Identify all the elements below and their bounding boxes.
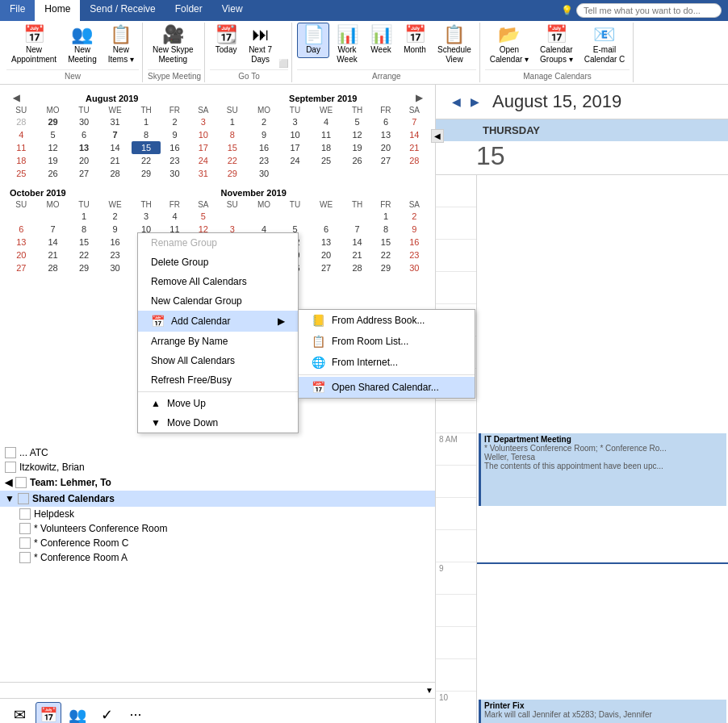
table-row[interactable]: 21 [400,141,429,154]
table-row[interactable]: 20 [6,249,36,261]
table-row[interactable]: 9 [161,128,189,141]
table-row[interactable]: 10 [281,128,309,141]
nav-calendar-button[interactable]: 📅 [36,702,61,724]
table-row[interactable]: 16 [98,236,132,249]
table-row[interactable]: 29 [36,115,70,128]
table-row[interactable]: 23 [98,249,132,261]
table-row[interactable]: 21 [36,249,70,261]
table-row[interactable]: 30 [247,167,281,180]
table-row[interactable]: 2 [400,210,429,223]
refresh-free-busy-item[interactable]: Refresh Free/Busy [138,370,298,390]
table-row[interactable]: 31 [189,167,217,180]
table-row[interactable]: 15 [132,141,160,154]
table-row[interactable]: 30 [98,261,132,274]
table-row[interactable]: 23 [247,154,281,167]
sep-next-arrow[interactable]: ▶ [412,93,425,103]
table-row[interactable]: 8 [218,128,248,141]
tab-file[interactable]: File [0,0,35,21]
table-row[interactable]: 9 [400,223,429,236]
table-row[interactable]: 18 [309,141,343,154]
nav-people-button[interactable]: 👥 [65,702,90,724]
open-shared-calendar-item[interactable]: 📅 Open Shared Calendar... [299,377,475,398]
tab-folder[interactable]: Folder [165,0,212,21]
table-row[interactable]: 13 [6,236,36,249]
table-row[interactable]: 22 [218,154,248,167]
schedule-view-button[interactable]: 📋 ScheduleView [433,23,476,68]
table-row[interactable]: 16 [161,141,189,154]
table-row[interactable]: 5 [36,128,70,141]
table-row[interactable]: 7 [400,115,429,128]
scroll-down-icon[interactable]: ▼ [425,686,433,695]
table-row[interactable]: 30 [161,167,189,180]
table-row[interactable]: 3 [281,115,309,128]
table-row[interactable]: 6 [309,223,343,236]
table-row[interactable]: 15 [371,236,400,249]
folder-item-helpdesk[interactable]: Helpdesk [0,507,435,521]
table-row[interactable]: 25 [309,154,343,167]
tab-home[interactable]: Home [35,0,80,21]
table-row[interactable]: 23 [161,154,189,167]
conf-a-checkbox[interactable] [19,552,31,563]
table-row[interactable]: 1 [69,210,98,223]
shared-checkbox[interactable] [18,493,29,504]
table-row[interactable]: 19 [343,141,371,154]
table-row[interactable]: 5 [189,210,217,223]
table-row[interactable]: 12 [343,128,371,141]
table-row[interactable]: 1 [218,115,248,128]
table-row[interactable]: 20 [309,249,343,261]
table-row[interactable]: 16 [400,236,429,249]
conf-c-checkbox[interactable] [19,537,31,549]
table-row[interactable]: 9 [247,128,281,141]
show-all-calendars-item[interactable]: Show All Calendars [138,351,298,370]
table-row[interactable]: 28 [343,261,371,274]
open-calendar-button[interactable]: 📂 OpenCalendar ▾ [485,23,533,68]
nav-mail-button[interactable]: ✉ [6,702,32,724]
table-row[interactable]: 13 [69,141,98,154]
table-row[interactable]: 3 [132,210,160,223]
month-button[interactable]: 📅 Month [399,23,431,58]
table-row[interactable]: 12 [36,141,70,154]
email-calendar-button[interactable]: 📧 E-mailCalendar C [579,23,630,68]
table-row[interactable]: 28 [36,261,70,274]
table-row[interactable]: 11 [309,128,343,141]
nav-more-button[interactable]: ··· [123,702,149,724]
table-row[interactable]: 7 [98,128,132,141]
table-row[interactable]: 26 [343,154,371,167]
event-printer-fix[interactable]: Printer Fix Mark will call Jennifer at x… [479,700,726,723]
table-row[interactable]: 8 [132,128,160,141]
folder-item-conf-c[interactable]: * Conference Room C [0,536,435,550]
work-week-button[interactable]: 📊 WorkWeek [331,23,363,68]
today-button[interactable]: 📆 Today [210,23,242,58]
table-row[interactable]: 29 [69,261,98,274]
table-row[interactable]: 10 [189,128,217,141]
table-row[interactable]: 29 [371,261,400,274]
new-skype-meeting-button[interactable]: 🎥 New SkypeMeeting [148,23,199,68]
table-row[interactable]: 28 [400,154,429,167]
delete-group-item[interactable]: Delete Group [138,253,298,272]
table-row[interactable]: 13 [371,128,400,141]
table-row[interactable]: 27 [371,154,400,167]
table-row[interactable]: 2 [161,115,189,128]
nav-tasks-button[interactable]: ✓ [94,702,119,724]
team-lehmer-checkbox[interactable] [15,477,27,488]
table-row[interactable]: 15 [218,141,248,154]
volunteers-checkbox[interactable] [19,523,31,534]
table-row[interactable]: 2 [98,210,132,223]
table-row[interactable]: 20 [371,141,400,154]
folder-item-conf-a[interactable]: * Conference Room A [0,550,435,565]
table-row[interactable]: 21 [98,154,132,167]
table-row[interactable]: 2 [247,115,281,128]
table-row[interactable]: 29 [218,167,248,180]
table-row[interactable]: 4 [6,128,36,141]
atc-checkbox[interactable] [5,447,16,458]
table-row[interactable]: 6 [69,128,98,141]
folder-group-team-lehmer[interactable]: ◀ Team: Lehmer, To [0,474,435,491]
table-row[interactable]: 21 [343,249,371,261]
table-row[interactable]: 1 [371,210,400,223]
table-row[interactable]: 5 [343,115,371,128]
table-row[interactable]: 23 [400,249,429,261]
table-row[interactable]: 28 [98,167,132,180]
rename-group-item[interactable]: Rename Group [138,233,298,253]
table-row[interactable]: 18 [6,154,36,167]
table-row[interactable]: 4 [161,210,189,223]
